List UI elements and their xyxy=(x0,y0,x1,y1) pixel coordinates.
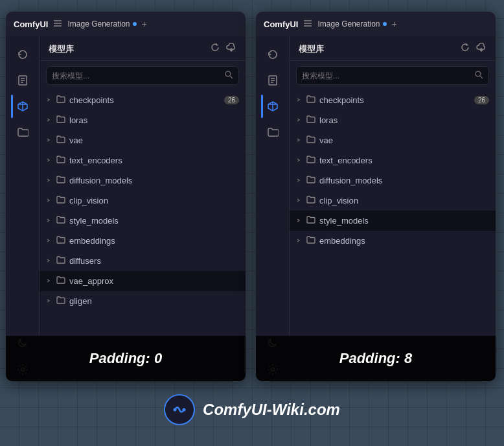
model-list-item[interactable]: vae xyxy=(290,130,496,150)
sidebar-wrap-folder xyxy=(11,121,34,144)
chevron-right-icon xyxy=(46,217,52,224)
panel-2: ComfyUIImage Generation+ 模型库 checkpoints… xyxy=(256,12,496,381)
active-tab[interactable]: Image Generation xyxy=(317,19,386,29)
sidebar-wrap-document xyxy=(261,69,284,92)
svg-point-11 xyxy=(225,71,231,76)
model-item-name: embeddings xyxy=(69,236,115,246)
menu-icon[interactable] xyxy=(303,19,312,30)
model-item-name: embeddings xyxy=(319,236,365,246)
active-tab[interactable]: Image Generation xyxy=(67,19,136,29)
search-input[interactable] xyxy=(52,71,220,80)
folder-icon xyxy=(56,235,65,246)
model-list-item[interactable]: loras xyxy=(290,110,496,130)
model-list-item[interactable]: checkpoints26 xyxy=(40,90,246,110)
model-item-name: style_models xyxy=(319,216,369,226)
sidebar-wrap-history xyxy=(261,43,284,66)
svg-line-12 xyxy=(231,76,233,79)
refresh-button[interactable] xyxy=(461,43,470,55)
model-item-name: diffusers xyxy=(69,256,101,266)
model-list-item[interactable]: vae_approx xyxy=(40,271,246,291)
search-icon xyxy=(224,70,233,81)
app-title: ComfyUI xyxy=(264,19,298,29)
sidebar-item-cube[interactable] xyxy=(261,95,284,118)
menu-icon[interactable] xyxy=(53,19,62,30)
chevron-right-icon xyxy=(296,137,303,144)
cloud-download-button[interactable] xyxy=(226,43,236,55)
model-item-name: checkpoints xyxy=(319,95,364,105)
model-list-item[interactable]: clip_vision xyxy=(40,191,246,211)
chevron-right-icon xyxy=(46,197,52,204)
app-title: ComfyUI xyxy=(14,19,48,29)
model-list-item[interactable]: text_encoders xyxy=(40,150,246,170)
folder-icon xyxy=(306,135,315,146)
cloud-download-button[interactable] xyxy=(476,43,487,55)
refresh-button[interactable] xyxy=(211,43,220,55)
folder-icon xyxy=(306,175,315,186)
chevron-right-icon xyxy=(46,237,52,244)
titlebar: ComfyUIImage Generation+ xyxy=(256,12,496,36)
folder-icon xyxy=(306,155,315,166)
folder-icon xyxy=(56,255,65,266)
chevron-right-icon xyxy=(296,217,303,224)
model-list-item[interactable]: diffusers xyxy=(40,251,246,271)
model-list-item[interactable]: clip_vision xyxy=(290,191,496,211)
folder-icon xyxy=(306,95,315,106)
model-item-name: clip_vision xyxy=(69,196,108,205)
model-header: 模型库 xyxy=(290,36,496,61)
sidebar-active-indicator xyxy=(11,95,13,118)
sidebar-item-document[interactable] xyxy=(11,69,34,92)
model-list-item[interactable]: checkpoints26 xyxy=(290,90,496,110)
model-list-item[interactable]: vae xyxy=(40,130,246,150)
padding-overlay-label: Padding: 0 xyxy=(6,336,246,381)
model-list-item[interactable]: gligen xyxy=(40,291,246,311)
sidebar-item-document[interactable] xyxy=(261,69,284,92)
folder-icon xyxy=(56,276,65,287)
model-list-item[interactable]: loras xyxy=(40,110,246,130)
chevron-right-icon xyxy=(46,298,52,305)
sidebar-item-history[interactable] xyxy=(261,43,284,66)
chevron-right-icon xyxy=(46,177,52,184)
model-list-item[interactable]: diffusion_models xyxy=(40,170,246,191)
chevron-right-icon xyxy=(46,97,52,104)
padding-overlay-label: Padding: 8 xyxy=(256,336,496,381)
folder-icon xyxy=(56,215,65,226)
sidebar xyxy=(6,36,40,381)
sidebar-item-folder[interactable] xyxy=(261,121,284,144)
new-tab-button[interactable]: + xyxy=(142,19,147,29)
model-list-item[interactable]: embeddings xyxy=(290,231,496,251)
sidebar-item-folder[interactable] xyxy=(11,121,34,144)
chevron-right-icon xyxy=(46,157,52,164)
chevron-right-icon xyxy=(296,97,303,104)
comfyui-logo xyxy=(164,394,195,425)
model-item-name: text_encoders xyxy=(319,156,372,165)
model-list-item[interactable]: style_models xyxy=(290,211,496,231)
panels-container: ComfyUIImage Generation+ 模型库 checkpoints… xyxy=(6,12,498,381)
model-item-name: vae xyxy=(69,135,83,145)
sidebar-item-cube[interactable] xyxy=(11,95,34,118)
folder-icon xyxy=(306,215,315,226)
model-item-name: style_models xyxy=(69,216,119,226)
sidebar-wrap-cube xyxy=(261,95,284,118)
folder-icon xyxy=(56,296,65,307)
svg-point-24 xyxy=(475,71,481,76)
model-list-item[interactable]: style_models xyxy=(40,211,246,231)
new-tab-button[interactable]: + xyxy=(392,19,397,29)
search-bar xyxy=(296,66,489,85)
folder-icon xyxy=(56,195,65,206)
item-count-badge: 26 xyxy=(224,96,239,104)
folder-icon xyxy=(56,155,65,166)
model-list-item[interactable]: diffusion_models xyxy=(290,170,496,191)
search-bar xyxy=(46,66,239,85)
folder-icon xyxy=(56,135,65,146)
model-item-name: text_encoders xyxy=(69,156,122,165)
model-list-item[interactable]: embeddings xyxy=(40,231,246,251)
sidebar-item-history[interactable] xyxy=(11,43,34,66)
tab-modified-dot xyxy=(133,22,137,26)
search-input[interactable] xyxy=(302,71,470,80)
folder-icon xyxy=(56,115,65,126)
model-list-item[interactable]: text_encoders xyxy=(290,150,496,170)
item-count-badge: 26 xyxy=(474,96,489,104)
chevron-right-icon xyxy=(296,177,303,184)
model-item-name: vae xyxy=(319,135,333,145)
folder-icon xyxy=(306,195,315,206)
